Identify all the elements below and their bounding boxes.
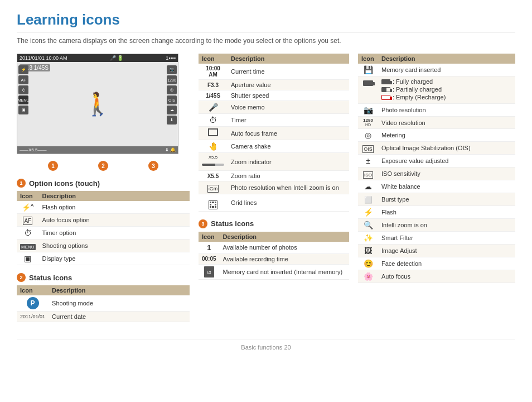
cam-date: 2011/01/01 10:00 AM <box>20 55 67 61</box>
r-desc-exp: Exposure value adjusted <box>378 155 515 168</box>
table-row: AF Auto focus option <box>17 214 190 227</box>
s3-col-desc: Description <box>220 232 349 242</box>
s2-col-icon: Icon <box>17 285 49 295</box>
r-icon-af-right: 🌸 <box>358 270 378 283</box>
section1-num: 1 <box>17 179 26 188</box>
table-row: ⚡A Flash option <box>17 201 190 214</box>
battery-full-icon <box>363 80 373 86</box>
r-desc-imgadj: Image Adjust <box>378 245 515 257</box>
cam-right-2: 1280 <box>167 75 177 84</box>
table-row: X5.5 Zoom ratio <box>199 171 349 181</box>
mid-icon-intelli: iGm <box>199 181 228 194</box>
table-row: Auto focus frame <box>199 127 349 140</box>
battery-list: : Fully charged : Partially charged : Em… <box>381 78 512 100</box>
r-icon-face: 😊 <box>358 257 378 270</box>
table-row: 1280 HD Video resolution <box>358 117 515 129</box>
table-row: ⬜ Burst type <box>358 193 515 206</box>
r-desc-burst: Burst type <box>378 193 515 206</box>
circle-1: 1 <box>48 161 58 171</box>
s3-col-icon: Icon <box>199 232 220 242</box>
table-row: ▣ Display type <box>17 252 190 265</box>
cam-right-5: ☁ <box>167 106 177 114</box>
s1-desc-disp: Display type <box>39 252 190 265</box>
cam-right-1: 📷 <box>167 65 177 74</box>
page-footer: Basic functions 20 <box>17 339 515 351</box>
s1-desc-flash: Flash option <box>39 201 190 214</box>
burst-icon: ⬜ <box>364 196 373 204</box>
r-desc-battery: : Fully charged : Partially charged : Em… <box>378 76 515 104</box>
r-col-icon: Icon <box>358 54 378 64</box>
table-row: ✨ Smart Filter <box>358 232 515 245</box>
table-row: ⏱ Timer option <box>17 227 190 240</box>
cam-icon-1: ⚡ <box>18 65 28 74</box>
mid-desc-grid: Grid lines <box>228 194 349 212</box>
section1-title: 1 Option icons (touch) <box>17 179 190 188</box>
table-row: 2011/01/01 Current date <box>17 312 190 322</box>
table-row: P Shooting mode <box>17 295 190 312</box>
r-icon-exp: ± <box>358 155 378 168</box>
table-row: OIS Optical Image Stabilization (OIS) <box>358 142 515 155</box>
r-col-desc: Description <box>378 54 515 64</box>
r-desc-ois: Optical Image Stabilization (OIS) <box>378 142 515 155</box>
mid-desc-voice: Voice memo <box>228 101 349 114</box>
mid-desc-zoom-ratio: Zoom ratio <box>228 171 349 181</box>
s3-desc-rectime: Available recording time <box>220 253 349 264</box>
cam-figure-area: 🚶 <box>84 91 112 117</box>
s2-col-desc: Description <box>49 285 190 295</box>
table-row: 📷 Photo resolution <box>358 104 515 117</box>
s1-icon-menu: MENU <box>17 240 39 252</box>
cam-icons-top: 🎤 🔋 <box>110 55 124 61</box>
r-desc-smart: Smart Filter <box>378 232 515 245</box>
r-desc-meter: Metering <box>378 129 515 142</box>
page-subtitle: The icons the camera displays on the scr… <box>17 37 515 45</box>
r-icon-wb: ☁ <box>358 180 378 193</box>
r-icon-iso: ISO <box>358 168 378 180</box>
s2-icon-date: 2011/01/01 <box>17 312 49 322</box>
left-column: 2011/01/01 10:00 AM 🎤 🔋 1▪▪▪▪ F3.3 1/45S… <box>17 54 190 330</box>
table-row: 🖼 Image Adjust <box>358 245 515 257</box>
s1-desc-timer: Timer option <box>39 227 190 240</box>
table-row: 1/45S Shutter speed <box>199 90 349 101</box>
r-desc-photores: Photo resolution <box>378 104 515 117</box>
table-row: 💾 Memory card inserted <box>358 64 515 76</box>
table-row: 😊 Face detection <box>358 257 515 270</box>
batt-half-inline <box>381 87 390 92</box>
r-icon-smart: ✨ <box>358 232 378 245</box>
s3-icon-photos: 1 <box>199 242 220 254</box>
r-icon-imgadj: 🖼 <box>358 245 378 257</box>
mid-col-icon: Icon <box>199 54 228 64</box>
r-desc-memcard: Memory card inserted <box>378 64 515 76</box>
r-desc-af-right: Auto focus <box>378 270 515 283</box>
mid-desc-shut: Shutter speed <box>228 90 349 101</box>
mid-col-desc: Description <box>228 54 349 64</box>
section2-label: Status icons <box>29 274 72 282</box>
section3-title: 3 Status icons <box>199 219 349 228</box>
cam-right-4: OIS <box>167 95 177 104</box>
section1-label: Option icons (touch) <box>29 179 100 188</box>
cam-zoom: ——X5.5—— <box>20 147 46 152</box>
table-row: 🔍 Intelli zoom is on <box>358 219 515 232</box>
table-row: 🤚 Camera shake <box>199 140 349 153</box>
table-row: ⚡ Flash <box>358 206 515 219</box>
zoom-bar-icon <box>202 164 224 166</box>
r-desc-flash: Flash <box>378 206 515 219</box>
mid-desc-time: Current time <box>228 64 349 80</box>
section3-label: Status icons <box>211 219 254 228</box>
table-row: 1 Available number of photos <box>199 242 349 254</box>
s1-col-icon: Icon <box>17 191 39 201</box>
cam-icon-2: AF <box>18 75 28 84</box>
mid-icon-timer: ⏱ <box>199 114 228 127</box>
memcard-no-icon: 🗂 <box>204 266 214 277</box>
table-row: MENU Shooting options <box>17 240 190 252</box>
s1-desc-menu: Shooting options <box>39 240 190 252</box>
section2-num: 2 <box>17 273 26 282</box>
table-row: 🎤 Voice memo <box>199 101 349 114</box>
mid-icon-grid <box>199 194 228 212</box>
right-table: Icon Description 💾 Memory card inserted <box>358 54 515 283</box>
mid-icon-aper: F3.3 <box>199 80 228 90</box>
circle-2: 2 <box>98 161 108 171</box>
batt-empty-inline <box>381 95 390 100</box>
cam-top-bar: 2011/01/01 10:00 AM 🎤 🔋 1▪▪▪▪ <box>17 54 178 62</box>
ois-icon: OIS <box>362 145 374 153</box>
mid-icon-af-frame <box>199 127 228 140</box>
